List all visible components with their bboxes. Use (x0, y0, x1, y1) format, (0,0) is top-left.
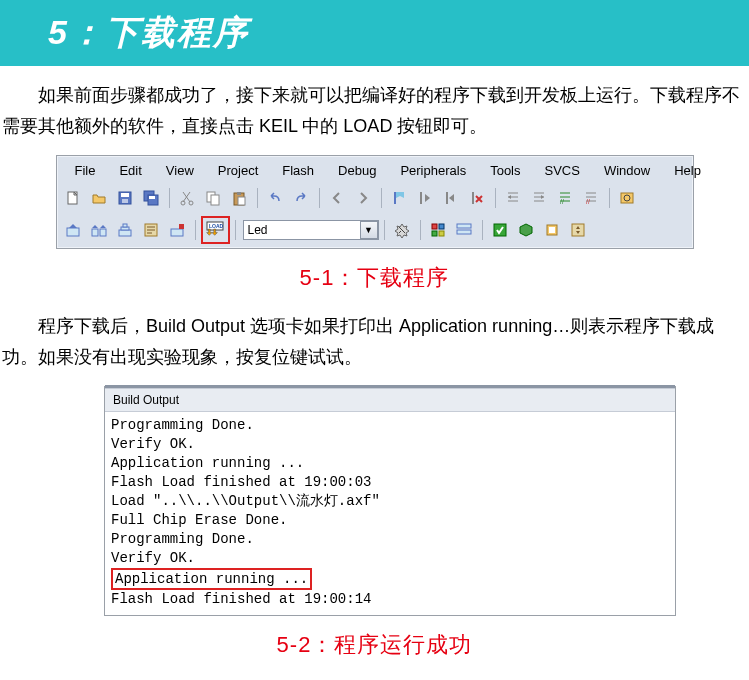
svg-rect-36 (439, 231, 444, 236)
toolbar-separator (319, 188, 320, 208)
uncomment-icon[interactable]: // (579, 186, 604, 210)
section-header: 5：下载程序 (0, 0, 749, 66)
menu-help[interactable]: Help (662, 161, 713, 180)
load-button[interactable]: LOAD (203, 218, 228, 242)
menu-peripherals[interactable]: Peripherals (388, 161, 478, 180)
new-file-icon[interactable] (61, 186, 86, 210)
build-output-text: Programming Done. Verify OK. Application… (105, 412, 675, 615)
svg-text://: // (586, 198, 590, 205)
svg-rect-37 (457, 224, 471, 228)
svg-rect-41 (549, 227, 555, 233)
svg-rect-15 (420, 192, 422, 204)
svg-rect-24 (100, 229, 106, 236)
menu-view[interactable]: View (154, 161, 206, 180)
svg-rect-17 (472, 192, 474, 204)
indent-right-icon[interactable] (527, 186, 552, 210)
svg-rect-16 (446, 192, 448, 204)
build-output-tab[interactable]: Build Output (105, 387, 675, 412)
svg-rect-2 (121, 193, 129, 197)
intro-paragraph-1: 如果前面步骤都成功了，接下来就可以把编译好的程序下载到开发板上运行。下载程序不需… (2, 80, 747, 141)
toolbar-separator (381, 188, 382, 208)
menu-svcs[interactable]: SVCS (533, 161, 592, 180)
svg-rect-35 (432, 231, 437, 236)
nav-back-icon[interactable] (325, 186, 350, 210)
menu-project[interactable]: Project (206, 161, 270, 180)
svg-rect-10 (211, 195, 219, 205)
config-wizard-icon[interactable] (566, 218, 591, 242)
toolbar-separator (384, 220, 385, 240)
bookmark-next-icon[interactable] (439, 186, 464, 210)
nav-fwd-icon[interactable] (351, 186, 376, 210)
bookmark-clear-icon[interactable] (465, 186, 490, 210)
svg-rect-29 (171, 229, 183, 236)
svg-rect-23 (92, 229, 98, 236)
saveall-icon[interactable] (139, 186, 164, 210)
menu-tools[interactable]: Tools (478, 161, 532, 180)
keil-toolbar-row-1: // // (57, 184, 693, 214)
svg-rect-27 (123, 224, 127, 227)
indent-left-icon[interactable] (501, 186, 526, 210)
svg-rect-3 (122, 199, 128, 203)
intro-paragraph-2: 程序下载后，Build Output 选项卡如果打印出 Application … (2, 311, 747, 372)
translate-icon[interactable] (139, 218, 164, 242)
stop-build-icon[interactable] (165, 218, 190, 242)
target-combo-value: Led (248, 223, 268, 237)
keil-menubar: File Edit View Project Flash Debug Perip… (57, 156, 693, 184)
paste-icon[interactable] (227, 186, 252, 210)
svg-point-8 (189, 201, 193, 205)
batch-build-icon[interactable] (113, 218, 138, 242)
build-output-highlight: Application running ... (111, 568, 312, 591)
keil-window: File Edit View Project Flash Debug Perip… (56, 155, 694, 249)
svg-rect-12 (237, 192, 241, 195)
svg-rect-25 (119, 230, 131, 236)
copy-icon[interactable] (201, 186, 226, 210)
build-output-window: Build Output Programming Done. Verify OK… (104, 386, 676, 616)
chevron-down-icon[interactable]: ▼ (360, 221, 378, 239)
svg-rect-42 (572, 224, 584, 236)
pack-installer-icon[interactable] (488, 218, 513, 242)
svg-rect-14 (394, 192, 396, 204)
bookmark-prev-icon[interactable] (413, 186, 438, 210)
manage-project-icon[interactable] (426, 218, 451, 242)
section-title: 5：下载程序 (48, 10, 749, 56)
svg-rect-30 (179, 224, 184, 229)
svg-rect-13 (238, 197, 245, 205)
redo-icon[interactable] (289, 186, 314, 210)
svg-rect-33 (432, 224, 437, 229)
svg-text://: // (560, 198, 564, 205)
runtime-env-icon[interactable] (514, 218, 539, 242)
svg-rect-6 (149, 196, 155, 199)
toolbar-separator (169, 188, 170, 208)
manage-multi-project-icon[interactable] (452, 218, 477, 242)
save-icon[interactable] (113, 186, 138, 210)
open-folder-icon[interactable] (87, 186, 112, 210)
books-icon[interactable] (540, 218, 565, 242)
keil-toolbar-row-2: LOAD Led ▼ (57, 214, 693, 248)
load-button-highlight: LOAD (201, 216, 230, 244)
bookmark-flag-icon[interactable] (387, 186, 412, 210)
svg-rect-22 (67, 228, 79, 236)
cut-icon[interactable] (175, 186, 200, 210)
target-combo[interactable]: Led ▼ (243, 220, 379, 240)
target-options-icon[interactable] (390, 218, 415, 242)
menu-window[interactable]: Window (592, 161, 662, 180)
toolbar-separator (235, 220, 236, 240)
menu-debug[interactable]: Debug (326, 161, 388, 180)
toolbar-separator (495, 188, 496, 208)
menu-edit[interactable]: Edit (107, 161, 153, 180)
menu-file[interactable]: File (63, 161, 108, 180)
svg-rect-34 (439, 224, 444, 229)
figure-caption-1: 5-1：下载程序 (0, 263, 749, 293)
rebuild-icon[interactable] (87, 218, 112, 242)
undo-icon[interactable] (263, 186, 288, 210)
toolbar-separator (420, 220, 421, 240)
comment-icon[interactable]: // (553, 186, 578, 210)
build-target-icon[interactable] (61, 218, 86, 242)
svg-text:LOAD: LOAD (209, 223, 224, 229)
toolbar-separator (482, 220, 483, 240)
svg-rect-38 (457, 230, 471, 234)
toolbar-separator (195, 220, 196, 240)
find-icon[interactable] (615, 186, 640, 210)
menu-flash[interactable]: Flash (270, 161, 326, 180)
toolbar-separator (609, 188, 610, 208)
